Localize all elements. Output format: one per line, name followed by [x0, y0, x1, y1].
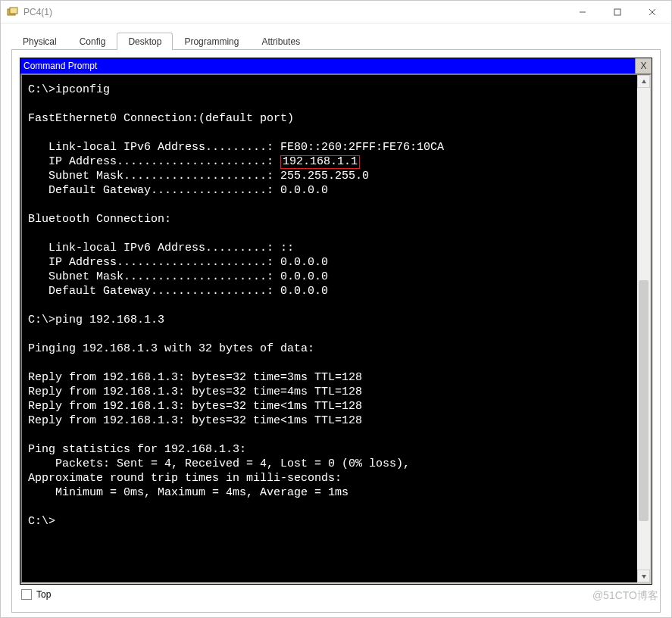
ipv6-label: Link-local IPv6 Address.........: [28, 242, 280, 254]
scroll-up-button[interactable] [637, 75, 650, 88]
gw-label: Default Gateway.................: [28, 285, 280, 298]
tab-attributes[interactable]: Attributes [250, 33, 311, 50]
ping-reply: Reply from 192.168.1.3: bytes=32 time<1m… [28, 400, 362, 413]
terminal[interactable]: C:\>ipconfig FastEthernet0 Connection:(d… [22, 75, 637, 582]
ip-label: IP Address......................: [28, 155, 280, 168]
section-title: Bluetooth Connection: [28, 213, 171, 226]
app-icon [7, 6, 19, 18]
svg-rect-3 [614, 9, 620, 15]
mask-label: Subnet Mask.....................: [28, 170, 280, 183]
ping-reply: Reply from 192.168.1.3: bytes=32 time=4m… [28, 385, 362, 398]
scroll-down-button[interactable] [637, 570, 650, 582]
ip-label: IP Address......................: [28, 256, 280, 269]
ping-reply: Reply from 192.168.1.3: bytes=32 time=3m… [28, 371, 362, 384]
svg-rect-1 [10, 8, 17, 14]
ping-header: Pinging 192.168.1.3 with 32 bytes of dat… [28, 342, 314, 355]
panel-close-button[interactable]: X [635, 58, 652, 73]
terminal-scrollbar[interactable] [637, 75, 650, 582]
panel-header: Command Prompt X [20, 58, 652, 73]
tab-programming[interactable]: Programming [173, 33, 250, 50]
top-label: Top [36, 589, 51, 600]
maximize-button[interactable] [600, 2, 635, 23]
ping-rtt-header: Approximate round trip times in milli-se… [28, 472, 342, 485]
ipv6-label: Link-local IPv6 Address.........: [28, 141, 280, 154]
command-prompt-panel: Command Prompt X C:\>ipconfig FastEthern… [20, 58, 652, 585]
mask-value: 255.255.255.0 [280, 170, 369, 183]
ip-value: 0.0.0.0 [280, 256, 328, 269]
section-title: FastEthernet0 Connection:(default port) [28, 112, 294, 125]
tab-bar: Physical Config Desktop Programming Attr… [11, 31, 661, 50]
ping-rtt: Minimum = 0ms, Maximum = 4ms, Average = … [28, 486, 349, 499]
ip-value-highlighted: 192.168.1.1 [280, 155, 360, 169]
svg-marker-7 [642, 575, 646, 579]
ping-reply: Reply from 192.168.1.3: bytes=32 time<1m… [28, 414, 362, 427]
terminal-wrap: C:\>ipconfig FastEthernet0 Connection:(d… [20, 73, 652, 584]
prompt-line: C:\>ping 192.168.1.3 [28, 314, 164, 326]
prompt-line: C:\> [28, 515, 55, 528]
tab-content: Command Prompt X C:\>ipconfig FastEthern… [11, 50, 661, 613]
svg-marker-6 [642, 80, 646, 83]
gw-value: 0.0.0.0 [280, 285, 328, 298]
minimize-button[interactable] [565, 2, 600, 23]
ping-stats-header: Ping statistics for 192.168.1.3: [28, 443, 246, 456]
titlebar: PC4(1) [1, 1, 671, 23]
prompt-line: C:\>ipconfig [28, 83, 110, 96]
top-checkbox[interactable] [21, 589, 32, 600]
close-button[interactable] [635, 2, 670, 23]
ping-stats-packets: Packets: Sent = 4, Received = 4, Lost = … [28, 457, 410, 470]
panel-title: Command Prompt [23, 61, 635, 71]
gw-value: 0.0.0.0 [280, 184, 328, 197]
tab-desktop[interactable]: Desktop [117, 33, 173, 50]
client-area: Physical Config Desktop Programming Attr… [1, 23, 671, 617]
bottom-bar: Top [20, 585, 652, 604]
window-title: PC4(1) [23, 7, 52, 17]
tab-physical[interactable]: Physical [11, 33, 68, 50]
tab-config[interactable]: Config [68, 33, 117, 50]
mask-label: Subnet Mask.....................: [28, 270, 280, 283]
ipv6-value: :: [280, 242, 294, 254]
ipv6-value: FE80::260:2FFF:FE76:10CA [280, 141, 444, 154]
gw-label: Default Gateway.................: [28, 184, 280, 197]
scroll-track[interactable] [637, 88, 650, 570]
scroll-thumb[interactable] [639, 280, 649, 521]
app-window: PC4(1) Physical Config Desktop Programmi… [0, 0, 672, 618]
mask-value: 0.0.0.0 [280, 270, 328, 283]
